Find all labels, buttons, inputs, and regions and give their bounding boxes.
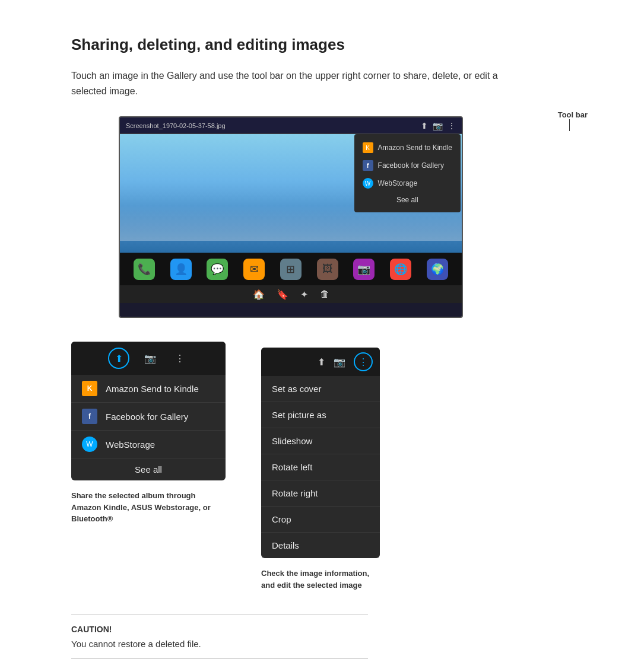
caution-section: CAUTION! You cannot restore a deleted fi… bbox=[71, 614, 368, 659]
tool-bar-label: Tool bar bbox=[558, 110, 588, 119]
share-menu-item-webstorage[interactable]: W WebStorage bbox=[71, 431, 226, 458]
facebook-label-small: Facebook for Gallery bbox=[378, 161, 444, 170]
bookmark-icon: 🔖 bbox=[277, 289, 288, 300]
screenshot-dropdown-seeall: See all bbox=[354, 192, 461, 208]
webstorage-icon-small: W bbox=[363, 178, 373, 189]
context-menu-item-crop[interactable]: Crop bbox=[261, 507, 380, 533]
app-icon-browser: 🌍 bbox=[427, 259, 448, 280]
screenshot-container: Tool bar Screenshot_1970-02-05-37-58.jpg… bbox=[119, 116, 594, 318]
share-menu-topbar: ⬆ 📷 ⋮ bbox=[71, 342, 226, 375]
webstorage-label-small: WebStorage bbox=[378, 179, 418, 187]
screenshot-dropdown-item-facebook: f Facebook for Gallery bbox=[354, 157, 461, 174]
kindle-label: Amazon Send to Kindle bbox=[106, 384, 199, 394]
facebook-icon: f bbox=[82, 409, 97, 424]
adjust-icon: ✦ bbox=[300, 289, 308, 300]
context-menu-topbar: ⬆ 📷 ⋮ bbox=[261, 348, 380, 376]
phone-topbar: Screenshot_1970-02-05-37-58.jpg ⬆ 📷 ⋮ bbox=[120, 117, 462, 134]
app-icon-chrome: 🌐 bbox=[390, 259, 411, 280]
more-icon-menu[interactable]: ⋮ bbox=[171, 349, 189, 367]
more-icon-small[interactable]: ⋮ bbox=[448, 121, 456, 130]
app-icon-camera: 📷 bbox=[353, 259, 375, 280]
more-icon-context[interactable]: ⋮ bbox=[354, 352, 373, 371]
delete-icon: 🗑 bbox=[320, 289, 329, 300]
context-menu-item-set-picture-as[interactable]: Set picture as bbox=[261, 402, 380, 428]
share-caption: Share the selected album through Amazon … bbox=[71, 490, 226, 525]
page-title: Sharing, deleting, and editing images bbox=[71, 36, 594, 54]
webstorage-label: WebStorage bbox=[106, 439, 155, 450]
screenshot-dropdown-item-kindle: K Amazon Send to Kindle bbox=[354, 139, 461, 157]
share-menu-item-kindle[interactable]: K Amazon Send to Kindle bbox=[71, 375, 226, 403]
context-menu-item-slideshow[interactable]: Slideshow bbox=[261, 428, 380, 454]
facebook-icon-small: f bbox=[363, 160, 373, 171]
screenshot-dropdown: K Amazon Send to Kindle f Facebook for G… bbox=[354, 134, 461, 212]
caution-title: CAUTION! bbox=[71, 625, 368, 634]
context-menu-item-set-as-cover[interactable]: Set as cover bbox=[261, 376, 380, 402]
phone-screenshot: Screenshot_1970-02-05-37-58.jpg ⬆ 📷 ⋮ 📞 … bbox=[119, 116, 463, 318]
camera-icon-menu[interactable]: 📷 bbox=[141, 349, 159, 367]
share-menu-item-facebook[interactable]: f Facebook for Gallery bbox=[71, 403, 226, 431]
app-icon-gallery: 🖼 bbox=[317, 259, 338, 280]
share-icon-small[interactable]: ⬆ bbox=[421, 121, 428, 130]
camera-icon-small[interactable]: 📷 bbox=[433, 121, 443, 130]
app-icon-email: ✉ bbox=[243, 259, 265, 280]
caution-text: You cannot restore a deleted file. bbox=[71, 639, 368, 649]
screenshot-dropdown-item-webstorage: W WebStorage bbox=[354, 174, 461, 192]
context-menu-item-rotate-left[interactable]: Rotate left bbox=[261, 454, 380, 480]
context-menu-item-details[interactable]: Details bbox=[261, 533, 380, 558]
app-icon-contacts: 👤 bbox=[170, 259, 192, 280]
share-icon-context[interactable]: ⬆ bbox=[318, 356, 325, 368]
kindle-label-small: Amazon Send to Kindle bbox=[378, 144, 452, 152]
app-icon-messaging: 💬 bbox=[207, 259, 228, 280]
facebook-label: Facebook for Gallery bbox=[106, 412, 188, 422]
phone-bottom-bar: 🏠 🔖 ✦ 🗑 bbox=[120, 285, 462, 303]
share-icon-circle[interactable]: ⬆ bbox=[108, 348, 129, 369]
camera-icon-context[interactable]: 📷 bbox=[334, 356, 345, 368]
share-menu: ⬆ 📷 ⋮ K Amazon Send to Kindle f Facebook… bbox=[71, 342, 226, 480]
right-panel: ⬆ 📷 ⋮ Set as cover Set picture as Slides… bbox=[261, 348, 380, 591]
phone-taskbar: 📞 👤 💬 ✉ ⊞ 🖼 📷 🌐 🌍 bbox=[120, 253, 462, 285]
home-icon: 🏠 bbox=[253, 289, 265, 300]
phone-topbar-icons: ⬆ 📷 ⋮ bbox=[421, 121, 456, 130]
kindle-icon: K bbox=[82, 381, 97, 396]
bottom-section: ⬆ 📷 ⋮ K Amazon Send to Kindle f Facebook… bbox=[71, 342, 594, 591]
left-panel: ⬆ 📷 ⋮ K Amazon Send to Kindle f Facebook… bbox=[71, 342, 226, 591]
kindle-icon-small: K bbox=[363, 142, 373, 153]
app-icon-phone: 📞 bbox=[134, 259, 155, 280]
context-caption: Check the image information, and edit th… bbox=[261, 568, 380, 591]
intro-text: Touch an image in the Gallery and use th… bbox=[71, 68, 522, 98]
webstorage-icon: W bbox=[82, 437, 97, 452]
screenshot-filename: Screenshot_1970-02-05-37-58.jpg bbox=[126, 122, 226, 129]
context-menu: ⬆ 📷 ⋮ Set as cover Set picture as Slides… bbox=[261, 348, 380, 558]
app-icon-apps: ⊞ bbox=[280, 259, 302, 280]
share-see-all[interactable]: See all bbox=[71, 458, 226, 480]
context-menu-item-rotate-right[interactable]: Rotate right bbox=[261, 480, 380, 507]
